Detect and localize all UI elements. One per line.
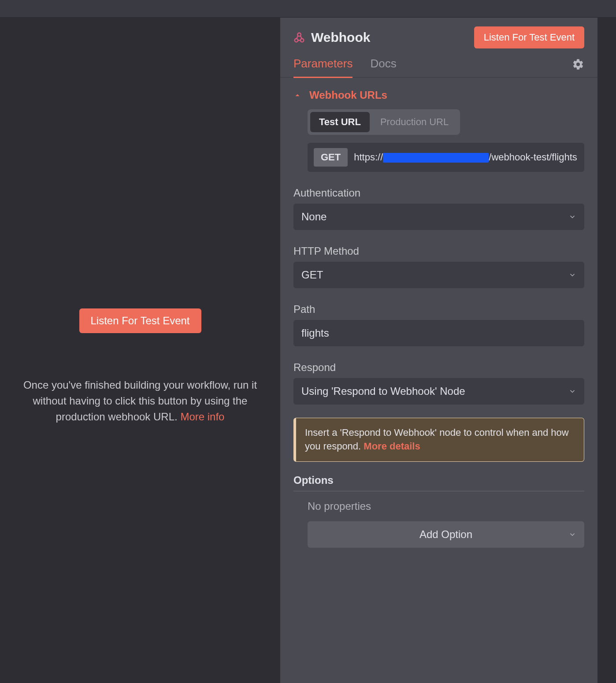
respond-notice: Insert a 'Respond to Webhook' node to co… [293,418,584,462]
listen-test-event-button-header[interactable]: Listen For Test Event [474,26,584,48]
options-body: No properties Add Option [293,500,584,548]
listen-test-event-button-left[interactable]: Listen For Test Event [79,308,201,333]
node-config-panel: Webhook Listen For Test Event Parameters… [280,18,597,683]
left-pane: Listen For Test Event Once you've finish… [0,18,280,683]
http-method-select[interactable]: GET [293,262,584,288]
chevron-up-icon [293,91,301,99]
authentication-field: Authentication None [293,187,584,230]
right-empty-area [597,18,616,683]
http-method-badge: GET [314,148,348,167]
path-label: Path [293,303,584,316]
authentication-label: Authentication [293,187,584,199]
add-option-button[interactable]: Add Option [308,521,584,548]
url-env-tabs: Test URL Production URL [308,109,460,135]
left-description: Once you've finished building your workf… [11,377,269,425]
authentication-select[interactable]: None [293,204,584,230]
webhook-icon [293,32,305,43]
webhook-urls-section-header[interactable]: Webhook URLs [293,86,584,109]
chevron-down-icon [568,531,576,538]
webhook-urls-block: Test URL Production URL GET https:///web… [293,109,584,172]
http-method-field: HTTP Method GET [293,245,584,288]
respond-field: Respond Using 'Respond to Webhook' Node [293,361,584,405]
path-field: Path [293,303,584,346]
webhook-url-text: https:///webhook-test/flights [354,150,578,164]
respond-select[interactable]: Using 'Respond to Webhook' Node [293,378,584,405]
more-details-link[interactable]: More details [364,441,420,452]
tab-parameters[interactable]: Parameters [293,52,353,78]
panel-title: Webhook [311,30,468,45]
panel-tabs: Parameters Docs [280,53,597,78]
respond-label: Respond [293,361,584,374]
http-method-label: HTTP Method [293,245,584,257]
options-header: Options [293,474,584,491]
redacted-host [383,153,489,163]
panel-header: Webhook Listen For Test Event [280,18,597,53]
production-url-tab[interactable]: Production URL [371,112,457,132]
test-url-tab[interactable]: Test URL [310,112,370,132]
tab-docs[interactable]: Docs [370,52,396,78]
top-bar [0,0,616,18]
no-properties-text: No properties [308,500,584,512]
main-columns: Listen For Test Event Once you've finish… [0,18,616,683]
webhook-url-row[interactable]: GET https:///webhook-test/flights [308,143,584,172]
more-info-link[interactable]: More info [180,411,224,423]
gear-icon[interactable] [572,58,584,71]
path-input[interactable] [293,320,584,346]
parameters-scroll[interactable]: Webhook URLs Test URL Production URL GET… [280,78,597,683]
